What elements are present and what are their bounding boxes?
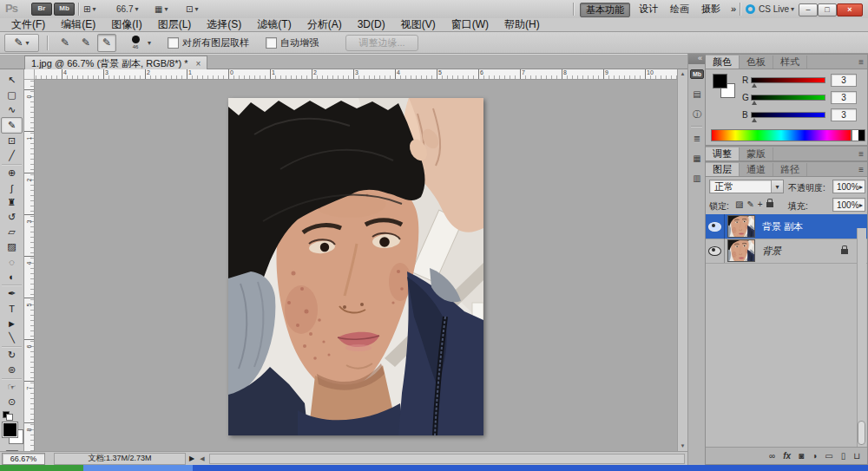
panel-menu-icon[interactable]: ≡ bbox=[855, 56, 867, 69]
workspace-design-button[interactable]: 设计 bbox=[634, 3, 663, 16]
tool-3d-rotate[interactable]: ↻ bbox=[0, 348, 23, 363]
tool-eyedropper[interactable]: ╱ bbox=[0, 148, 23, 163]
tool-blur[interactable]: ◌ bbox=[0, 254, 23, 269]
restore-button[interactable]: □ bbox=[818, 3, 837, 16]
tool-path-selection[interactable]: ► bbox=[0, 316, 23, 330]
visibility-toggle[interactable] bbox=[706, 214, 725, 239]
menu-edit[interactable]: 编辑(E) bbox=[53, 18, 103, 31]
taskbar-item[interactable] bbox=[83, 465, 193, 471]
panel-menu-icon[interactable]: ≡ bbox=[855, 147, 867, 160]
add-layer-mask-icon[interactable]: ◙ bbox=[799, 451, 804, 461]
tool-spot-healing-brush[interactable]: ⊕ bbox=[0, 166, 23, 180]
histogram-panel-icon[interactable]: ▤ bbox=[688, 84, 706, 104]
menu-help[interactable]: 帮助(H) bbox=[496, 18, 548, 31]
tool-shape[interactable]: ╲ bbox=[0, 330, 23, 345]
tab-channels[interactable]: 通道 bbox=[740, 163, 773, 176]
lock-transparency-icon[interactable]: ▨ bbox=[735, 200, 743, 209]
workspace-essentials-button[interactable]: 基本功能 bbox=[580, 3, 630, 17]
layer-name[interactable]: 背景 副本 bbox=[762, 220, 803, 233]
fill-field[interactable]: 100% ▸ bbox=[832, 198, 865, 212]
green-value[interactable]: 3 bbox=[831, 91, 857, 104]
menu-filter[interactable]: 滤镜(T) bbox=[249, 18, 299, 31]
foreground-color-swatch[interactable] bbox=[3, 422, 17, 437]
tool-3d-orbit[interactable]: ⊚ bbox=[0, 363, 23, 377]
tool-preset-picker[interactable]: ✎▾ bbox=[4, 34, 39, 52]
canvas-photo[interactable] bbox=[228, 98, 483, 435]
tool-lasso[interactable]: ∿ bbox=[0, 102, 23, 117]
arrange-documents-button[interactable]: ⊞▾ bbox=[83, 3, 95, 15]
3d-panel-icon[interactable]: ▦ bbox=[688, 148, 706, 168]
cs-live-button[interactable]: CS Live▾ bbox=[759, 3, 794, 15]
blend-mode-select[interactable]: 正常 ▾ bbox=[709, 180, 784, 193]
scrollbar-thumb[interactable] bbox=[858, 421, 865, 445]
menu-select[interactable]: 选择(S) bbox=[199, 18, 249, 31]
foreground-color-swatch[interactable] bbox=[713, 74, 727, 88]
menu-window[interactable]: 窗口(W) bbox=[444, 18, 496, 31]
new-group-icon[interactable]: ▭ bbox=[825, 451, 832, 461]
scroll-left-icon[interactable]: ◀ bbox=[198, 455, 207, 462]
lock-position-icon[interactable]: + bbox=[758, 200, 763, 209]
tool-marquee[interactable]: ▢ bbox=[0, 88, 23, 102]
color-spectrum-bar[interactable] bbox=[711, 129, 852, 141]
mini-bridge-button[interactable]: Mb bbox=[54, 3, 75, 16]
tool-hand[interactable]: ☞ bbox=[0, 380, 23, 395]
menu-analysis[interactable]: 分析(A) bbox=[299, 18, 350, 31]
refine-edge-button[interactable]: 调整边缘... bbox=[345, 35, 418, 51]
tab-paths[interactable]: 路径 bbox=[773, 163, 807, 176]
tool-type[interactable]: T bbox=[0, 301, 23, 316]
spectrum-bw-swatches[interactable] bbox=[852, 129, 865, 141]
tool-eraser[interactable]: ▱ bbox=[0, 225, 23, 239]
layers-scrollbar[interactable] bbox=[857, 228, 866, 447]
minimize-button[interactable]: – bbox=[799, 3, 818, 16]
tool-history-brush[interactable]: ↺ bbox=[0, 210, 23, 225]
tool-brush[interactable]: ʃ bbox=[0, 180, 23, 195]
collapse-panels-button[interactable]: « bbox=[688, 54, 705, 64]
tab-color[interactable]: 颜色 bbox=[706, 56, 740, 69]
view-extras-button[interactable]: ▦▾ bbox=[155, 3, 168, 15]
visibility-toggle[interactable] bbox=[706, 239, 725, 263]
link-layers-icon[interactable]: ∞ bbox=[769, 451, 775, 461]
brush-picker[interactable]: 46 ▾ bbox=[126, 36, 151, 49]
status-zoom-field[interactable]: 66.67% bbox=[2, 453, 45, 465]
layer-comps-panel-icon[interactable]: ▥ bbox=[688, 168, 706, 188]
blue-value[interactable]: 3 bbox=[831, 108, 857, 121]
layer-name[interactable]: 背景 bbox=[762, 245, 781, 258]
vertical-scrollbar[interactable]: ▲ ▼ bbox=[677, 69, 687, 451]
adjustments-panel-icon[interactable]: ≣ bbox=[688, 128, 706, 148]
screen-mode-button[interactable]: ⊡▾ bbox=[186, 3, 198, 15]
opacity-field[interactable]: 100% ▸ bbox=[832, 180, 865, 193]
tab-styles[interactable]: 样式 bbox=[773, 56, 807, 69]
menu-view[interactable]: 视图(V) bbox=[393, 18, 444, 31]
tool-dodge[interactable]: ◐ bbox=[0, 269, 23, 284]
tab-swatches[interactable]: 色板 bbox=[740, 56, 773, 69]
auto-enhance-checkbox[interactable] bbox=[266, 37, 277, 49]
default-colors-icon[interactable] bbox=[3, 411, 13, 419]
menu-3d[interactable]: 3D(D) bbox=[350, 18, 393, 31]
subtract-from-selection-button[interactable]: ✎ bbox=[97, 34, 116, 52]
canvas-pasteboard[interactable] bbox=[35, 80, 677, 451]
status-flyout-icon[interactable]: ▶ bbox=[186, 455, 198, 462]
tab-layers[interactable]: 图层 bbox=[706, 163, 740, 176]
workspace-photography-button[interactable]: 摄影 bbox=[696, 3, 726, 16]
tool-quick-selection[interactable]: ✎ bbox=[1, 117, 23, 134]
new-adjustment-layer-icon[interactable]: ◑ bbox=[812, 451, 817, 461]
menu-layer[interactable]: 图层(L) bbox=[150, 18, 200, 31]
start-button[interactable] bbox=[0, 465, 83, 471]
scroll-down-icon[interactable]: ▼ bbox=[678, 442, 687, 451]
close-button[interactable]: × bbox=[837, 3, 863, 16]
delete-layer-icon[interactable]: ⊔ bbox=[853, 451, 860, 461]
layer-row-background[interactable]: 背景 bbox=[706, 239, 867, 264]
tool-crop[interactable]: ⊡ bbox=[0, 134, 23, 148]
layer-row-background-copy[interactable]: 背景 副本 bbox=[706, 214, 867, 239]
tool-clone-stamp[interactable]: ♜ bbox=[0, 195, 23, 210]
layer-thumbnail[interactable] bbox=[727, 239, 755, 262]
tool-pen[interactable]: ✒ bbox=[0, 286, 23, 301]
menu-file[interactable]: 文件(F) bbox=[3, 18, 53, 31]
panel-menu-icon[interactable]: ≡ bbox=[855, 163, 867, 176]
new-layer-icon[interactable]: ▯ bbox=[841, 451, 846, 461]
sample-all-layers-checkbox[interactable] bbox=[168, 37, 179, 49]
bridge-button[interactable]: Br bbox=[31, 3, 52, 16]
layer-style-icon[interactable]: fx bbox=[783, 451, 791, 461]
flyout-icon[interactable]: ▸ bbox=[859, 201, 863, 209]
green-slider[interactable] bbox=[751, 95, 825, 101]
